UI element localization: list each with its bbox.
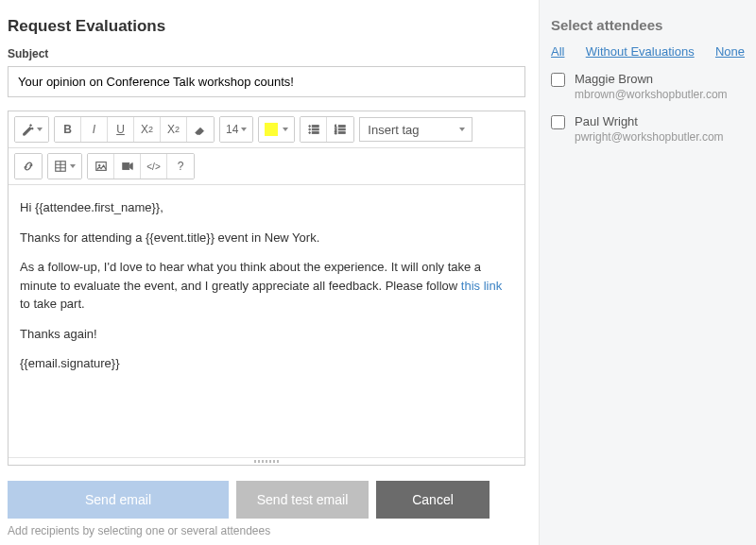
body-line: {{email.signature}}: [20, 354, 513, 373]
svg-point-2: [309, 126, 311, 128]
filter-without-evaluations[interactable]: Without Evaluations: [586, 44, 695, 59]
cancel-button[interactable]: Cancel: [376, 481, 490, 519]
italic-button[interactable]: I: [81, 117, 108, 142]
evaluation-link[interactable]: this link: [461, 279, 502, 293]
svg-point-6: [309, 132, 311, 134]
recipient-hint: Add recipients by selecting one or sever…: [8, 524, 525, 537]
attendee-row: Maggie Brown mbrown@workshopbutler.com: [551, 72, 745, 101]
editor-content[interactable]: Hi {{attendee.first_name}}, Thanks for a…: [9, 185, 524, 457]
superscript-button[interactable]: X2: [134, 117, 161, 142]
svg-rect-9: [339, 126, 346, 128]
svg-point-4: [309, 128, 311, 130]
attendee-filters: All Without Evaluations None: [551, 44, 745, 59]
bold-button[interactable]: B: [55, 117, 81, 142]
attendee-email: pwright@workshopbutler.com: [575, 130, 724, 144]
page-title: Request Evaluations: [8, 17, 525, 36]
body-line: Thanks again!: [20, 325, 513, 344]
attendee-name: Maggie Brown: [575, 72, 728, 86]
svg-marker-21: [129, 163, 132, 170]
body-text: to take part.: [20, 297, 85, 311]
svg-rect-7: [312, 132, 318, 134]
image-icon[interactable]: [88, 154, 114, 179]
send-test-email-button[interactable]: Send test email: [236, 481, 369, 519]
subject-input[interactable]: [8, 66, 525, 97]
toolbar-row-1: B I U X2 X2 14 123: [9, 111, 524, 148]
subject-label: Subject: [8, 47, 525, 60]
ordered-list-button[interactable]: 123: [327, 117, 353, 142]
font-size-value: 14: [226, 123, 238, 136]
svg-point-0: [30, 125, 32, 127]
filter-all[interactable]: All: [551, 44, 564, 59]
subscript-button[interactable]: X2: [161, 117, 187, 142]
highlight-color-button[interactable]: [259, 117, 294, 142]
attendee-name: Paul Wright: [575, 114, 724, 128]
action-bar: Send email Send test email Cancel: [8, 481, 525, 519]
video-icon[interactable]: [114, 154, 141, 179]
svg-rect-20: [122, 163, 129, 170]
svg-rect-13: [339, 132, 346, 134]
filter-none[interactable]: None: [715, 44, 745, 59]
editor: B I U X2 X2 14 123: [8, 111, 525, 466]
body-line: Thanks for attending a {{event.title}} e…: [20, 229, 513, 247]
attendees-title: Select attendees: [551, 17, 745, 33]
resize-handle[interactable]: [9, 457, 524, 465]
insert-tag-select[interactable]: Insert tag: [359, 117, 472, 142]
attendee-row: Paul Wright pwright@workshopbutler.com: [551, 114, 745, 144]
toolbar-row-2: </> ?: [9, 148, 524, 185]
attendee-email: mbrown@workshopbutler.com: [575, 88, 728, 101]
code-view-button[interactable]: </>: [141, 154, 167, 179]
eraser-icon[interactable]: [187, 117, 214, 142]
underline-button[interactable]: U: [108, 117, 134, 142]
magic-icon[interactable]: [15, 117, 48, 142]
body-line: As a follow-up, I'd love to hear what yo…: [20, 258, 513, 314]
send-email-button[interactable]: Send email: [8, 481, 229, 519]
attendee-checkbox[interactable]: [551, 73, 565, 87]
svg-rect-11: [339, 128, 346, 130]
body-line: Hi {{attendee.first_name}},: [20, 198, 513, 217]
svg-text:3: 3: [335, 130, 337, 135]
body-text: As a follow-up, I'd love to hear what yo…: [20, 260, 481, 293]
help-icon[interactable]: ?: [167, 154, 194, 179]
attendee-checkbox[interactable]: [551, 115, 565, 129]
unordered-list-button[interactable]: [301, 117, 327, 142]
svg-point-1: [31, 128, 33, 129]
link-icon[interactable]: [15, 154, 42, 179]
svg-rect-5: [312, 128, 318, 130]
table-icon[interactable]: [48, 154, 81, 179]
font-size-select[interactable]: 14: [220, 117, 252, 142]
svg-point-19: [98, 164, 100, 166]
svg-rect-3: [312, 126, 318, 128]
